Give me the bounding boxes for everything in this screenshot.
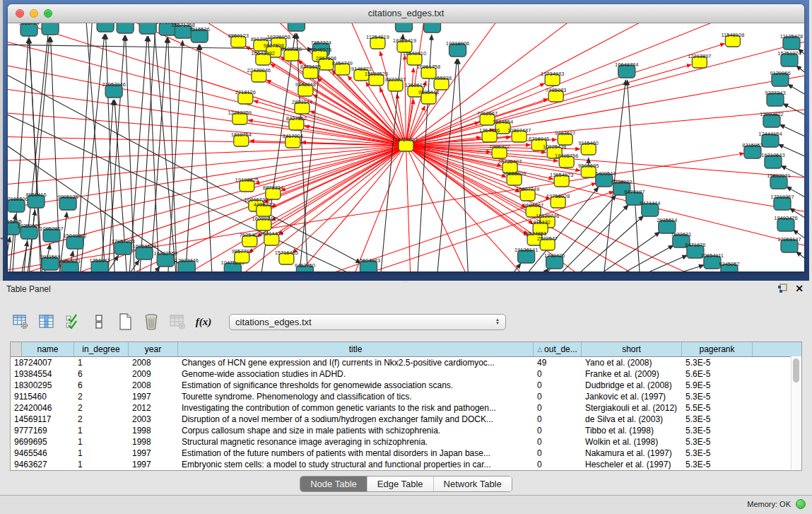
cell-name[interactable]: 14569117 bbox=[11, 414, 74, 425]
zoom-window-button[interactable] bbox=[44, 9, 52, 18]
table-row[interactable]: 977716911998Corpus callosum shape and si… bbox=[11, 425, 801, 436]
network-node[interactable] bbox=[424, 23, 441, 33]
cell-name[interactable]: 9777169 bbox=[11, 425, 74, 436]
delete-trash-icon[interactable] bbox=[142, 313, 160, 331]
cell-short[interactable]: Hescheler et al. (1997) bbox=[582, 459, 682, 470]
cell-out-degree[interactable]: 49 bbox=[534, 357, 582, 368]
cell-in-degree[interactable]: 1 bbox=[74, 448, 129, 459]
cell-year[interactable]: 2008 bbox=[129, 357, 178, 368]
cell-in-degree[interactable]: 6 bbox=[74, 368, 129, 380]
cell-pagerank[interactable]: 5.9E-5 bbox=[682, 380, 753, 391]
citation-edge-black[interactable] bbox=[137, 267, 160, 271]
cell-name[interactable]: 9465546 bbox=[11, 448, 74, 459]
cell-pagerank[interactable]: 5.3E-5 bbox=[682, 436, 753, 448]
cell-year[interactable]: 1998 bbox=[129, 425, 178, 436]
column-header-short[interactable]: short bbox=[582, 342, 682, 356]
cell-title[interactable]: Genome-wide association studies in ADHD. bbox=[178, 368, 534, 380]
cell-year[interactable]: 1998 bbox=[129, 436, 178, 448]
cell-year[interactable]: 2009 bbox=[129, 368, 178, 380]
cell-short[interactable]: Nakamura et al. (1997) bbox=[582, 448, 682, 459]
cell-pagerank[interactable]: 5.3E-5 bbox=[682, 448, 753, 459]
citation-edge-red[interactable] bbox=[8, 112, 406, 146]
citation-edge-red[interactable] bbox=[255, 146, 406, 184]
table-row[interactable]: 1830029562008Estimation of significance … bbox=[11, 380, 801, 391]
citation-edge-red[interactable] bbox=[405, 55, 406, 146]
network-select-dropdown[interactable]: citations_edges.txt ▲▼ bbox=[229, 314, 506, 330]
rows-icon[interactable] bbox=[90, 313, 108, 331]
citation-edge-red[interactable] bbox=[271, 146, 406, 207]
network-node[interactable] bbox=[97, 23, 114, 32]
cell-in-degree[interactable]: 6 bbox=[74, 380, 129, 391]
cell-year[interactable]: 2003 bbox=[129, 414, 178, 425]
citation-edge-red[interactable] bbox=[406, 108, 805, 146]
cell-title[interactable]: Embryonic stem cells: a model to study s… bbox=[178, 459, 534, 470]
table-row[interactable]: 946362711997Embryonic stem cells: a mode… bbox=[11, 459, 801, 470]
table-row[interactable]: 946554611997Estimation of the future num… bbox=[11, 448, 801, 459]
column-header-name[interactable]: name bbox=[22, 342, 74, 356]
cell-in-degree[interactable]: 1 bbox=[74, 425, 129, 436]
citation-edge-black[interactable] bbox=[498, 263, 522, 271]
cell-title[interactable]: Estimation of significance thresholds fo… bbox=[178, 380, 534, 391]
column-header-year[interactable]: year bbox=[129, 342, 178, 356]
cell-year[interactable]: 1997 bbox=[129, 448, 178, 459]
cell-in-degree[interactable]: 2 bbox=[74, 414, 129, 425]
table-vertical-scrollbar[interactable] bbox=[791, 356, 801, 469]
citation-edge-black[interactable] bbox=[628, 80, 641, 271]
cell-short[interactable]: Franke et al. (2009) bbox=[582, 368, 682, 380]
network-node[interactable] bbox=[288, 23, 305, 31]
cell-title[interactable]: Disruption of a novel member of a sodium… bbox=[178, 414, 534, 425]
tab-node-table[interactable]: Node Table bbox=[300, 477, 367, 491]
column-header-in-degree[interactable]: in_degree bbox=[74, 342, 129, 356]
cell-title[interactable]: Estimation of the future numbers of pati… bbox=[178, 448, 534, 459]
citation-edge-black[interactable] bbox=[779, 124, 804, 141]
cell-name[interactable]: 18724007 bbox=[11, 357, 74, 368]
network-node[interactable] bbox=[42, 23, 59, 35]
cell-short[interactable]: de Silva et al. (2003) bbox=[582, 414, 682, 425]
cell-in-degree[interactable]: 2 bbox=[74, 391, 129, 402]
citation-edge-black[interactable] bbox=[8, 108, 389, 271]
column-select-icon[interactable] bbox=[37, 313, 56, 331]
citation-edge-red[interactable] bbox=[380, 52, 406, 146]
citation-edge-black[interactable] bbox=[126, 35, 136, 271]
cell-out-degree[interactable]: 0 bbox=[534, 391, 582, 402]
function-builder-icon[interactable]: f(x) bbox=[194, 313, 213, 331]
cell-pagerank[interactable]: 5.3E-5 bbox=[682, 425, 753, 436]
table-row[interactable]: 1938455462009Genome-wide association stu… bbox=[11, 368, 801, 380]
network-canvas[interactable]: 9055724206914061065328715276026466160107… bbox=[8, 23, 804, 271]
cell-in-degree[interactable]: 1 bbox=[74, 459, 129, 470]
window-titlebar[interactable]: citations_edges.txt bbox=[8, 4, 804, 23]
cell-pagerank[interactable]: 5.3E-5 bbox=[682, 459, 753, 470]
cell-pagerank[interactable]: 5.3E-5 bbox=[682, 357, 753, 368]
table-row[interactable]: 1456911722003Disruption of a novel membe… bbox=[11, 414, 801, 425]
scrollbar-thumb[interactable] bbox=[793, 358, 799, 382]
cell-out-degree[interactable]: 0 bbox=[534, 368, 582, 380]
panel-drag-handle[interactable]: ∙∙∙ bbox=[403, 281, 411, 284]
cell-short[interactable]: Wolkin et al. (1998) bbox=[582, 436, 682, 448]
cell-out-degree[interactable]: 0 bbox=[534, 436, 582, 448]
select-all-checks-icon[interactable] bbox=[64, 313, 82, 331]
table-row[interactable]: 911546021997Tourette syndrome. Phenomeno… bbox=[11, 391, 801, 402]
cell-name[interactable]: 19384554 bbox=[11, 368, 74, 380]
citation-edge-red[interactable] bbox=[406, 146, 411, 271]
table-row[interactable]: 969969511998Structural magnetic resonanc… bbox=[11, 436, 801, 448]
cell-short[interactable]: Stergiakouli et al. (2012) bbox=[582, 402, 682, 414]
splitter-collapse-icon[interactable]: ◂ bbox=[0, 235, 3, 240]
cell-out-degree[interactable]: 0 bbox=[534, 448, 582, 459]
table-row[interactable]: 1872400712008Changes of HCN gene express… bbox=[11, 357, 801, 368]
citation-edge-black[interactable] bbox=[116, 260, 139, 271]
citation-edge-red[interactable] bbox=[283, 146, 406, 271]
float-panel-icon[interactable] bbox=[777, 284, 788, 296]
citation-edge-black[interactable] bbox=[787, 84, 804, 100]
cell-in-degree[interactable]: 1 bbox=[74, 436, 129, 448]
cell-in-degree[interactable]: 2 bbox=[74, 402, 129, 414]
tab-network-table[interactable]: Network Table bbox=[434, 477, 512, 491]
table-row[interactable]: 2242004622012Investigating the contribut… bbox=[11, 402, 801, 414]
citation-edge-red[interactable] bbox=[8, 146, 406, 235]
cell-short[interactable]: Tibbo et al. (1998) bbox=[582, 425, 682, 436]
citation-edge-black[interactable] bbox=[184, 45, 199, 271]
cell-pagerank[interactable]: 5.3E-5 bbox=[682, 414, 753, 425]
cell-name[interactable]: 18300295 bbox=[11, 380, 74, 391]
cell-in-degree[interactable]: 1 bbox=[74, 357, 129, 368]
cell-title[interactable]: Changes of HCN gene expression and I(f) … bbox=[178, 357, 534, 368]
cell-pagerank[interactable]: 5.3E-5 bbox=[682, 391, 753, 402]
